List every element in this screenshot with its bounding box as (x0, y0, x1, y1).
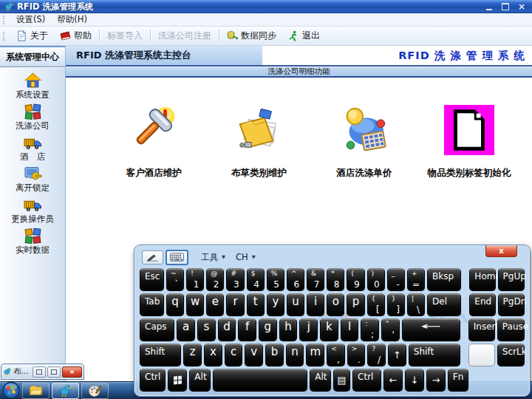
sidebar-item-1[interactable]: 洗涤公司 (16, 103, 50, 131)
osk-key-end[interactable]: End (469, 293, 495, 316)
sidebar-item-5[interactable]: 实时数据 (16, 227, 50, 255)
osk-key-prtscn[interactable] (468, 344, 495, 366)
mini-maximize-button[interactable] (47, 366, 61, 378)
minimize-button[interactable] (482, 1, 496, 12)
osk-key-enter[interactable]: ← (402, 318, 460, 341)
shortcut-3[interactable]: 物品类别标签初始化 (417, 104, 522, 180)
menu-item-0[interactable]: 设置(S) (10, 13, 51, 25)
osk-keyboard-button[interactable] (166, 250, 188, 265)
osk-key-lbracket[interactable]: {[ (367, 293, 385, 316)
osk-key-menu[interactable]: ▤ (333, 369, 351, 392)
osk-key-x[interactable]: x (204, 344, 222, 366)
mini-restore-button[interactable] (33, 366, 46, 378)
osk-key-o[interactable]: o (327, 293, 344, 316)
taskbar-rfid-app-button[interactable] (52, 383, 79, 399)
osk-key-a[interactable]: a (177, 318, 195, 341)
osk-key-j[interactable]: j (299, 318, 318, 341)
osk-key-9[interactable]: (9 (347, 268, 364, 291)
shortcut-2[interactable]: 酒店洗涤单价 (312, 104, 417, 180)
restore-button[interactable] (499, 1, 512, 12)
osk-key-d[interactable]: d (218, 318, 236, 341)
osk-key-ctrl-right[interactable]: Ctrl (352, 369, 381, 392)
osk-key-pgdn[interactable]: PgDn (498, 293, 525, 316)
osk-tools-dropdown[interactable]: 工具 ▼ (201, 252, 225, 263)
osk-key-semicolon[interactable]: :; (361, 318, 379, 341)
osk-key-v[interactable]: v (245, 344, 263, 366)
osk-close-button[interactable]: x (485, 245, 517, 257)
osk-key-shift-left[interactable]: Shift (140, 344, 181, 366)
toolbar-button-5[interactable]: 退出 (282, 28, 326, 44)
title-bar[interactable]: RFID 洗涤管理系统 × (0, 0, 532, 13)
osk-key-tab[interactable]: Tab (140, 293, 164, 316)
osk-key-7[interactable]: &7 (307, 268, 324, 291)
osk-key-pause[interactable]: Pause (497, 318, 525, 341)
osk-key-l[interactable]: l (341, 318, 359, 341)
osk-key-slash[interactable]: ?/ (367, 344, 386, 366)
taskbar-paint-button[interactable] (81, 383, 109, 399)
osk-key-ctrl-left[interactable]: Ctrl (140, 369, 166, 392)
shortcut-1[interactable]: 布草类别维护 (206, 104, 311, 180)
start-button[interactable] (2, 381, 20, 399)
sidebar-item-3[interactable]: 离开锁定 (16, 165, 50, 193)
osk-key-4[interactable]: $4 (247, 268, 265, 291)
osk-key-right-arrow[interactable]: → (426, 369, 446, 392)
osk-key-shift-right[interactable]: Shift (409, 344, 460, 366)
osk-key-backtick[interactable]: ~` (166, 268, 184, 291)
osk-key-y[interactable]: y (267, 293, 284, 316)
osk-key-u[interactable]: u (287, 293, 304, 316)
osk-key-1[interactable]: !1 (186, 268, 204, 291)
osk-key-g[interactable]: g (259, 318, 277, 341)
osk-key-backslash[interactable]: |\ (407, 293, 425, 316)
osk-key-insert[interactable]: Insert (468, 318, 495, 341)
osk-key-bksp[interactable]: Bksp (427, 268, 461, 291)
osk-key-c[interactable]: c (225, 344, 243, 366)
osk-key-5[interactable]: %5 (267, 268, 284, 291)
osk-key-comma[interactable]: <, (327, 344, 345, 366)
menu-item-1[interactable]: 帮助(H) (51, 13, 93, 25)
osk-key-t[interactable]: t (247, 293, 265, 316)
osk-handwriting-button[interactable] (142, 250, 163, 265)
osk-key-e[interactable]: e (206, 293, 224, 316)
osk-key-8[interactable]: *8 (327, 268, 344, 291)
osk-key-win[interactable] (168, 369, 187, 392)
close-button[interactable]: × (515, 1, 528, 12)
osk-key-alt-left[interactable]: Alt (189, 369, 210, 392)
osk-key-i[interactable]: i (307, 293, 324, 316)
osk-key-6[interactable]: ^6 (287, 268, 304, 291)
osk-key-n[interactable]: n (286, 344, 304, 366)
osk-key-w[interactable]: w (186, 293, 204, 316)
sidebar-item-2[interactable]: 酒 店 (20, 134, 46, 162)
osk-key-esc[interactable]: Esc (140, 268, 164, 291)
toolbar-button-1[interactable]: 帮助 (54, 28, 98, 44)
osk-key-alt-right[interactable]: Alt (310, 369, 330, 392)
osk-key-3[interactable]: #3 (226, 268, 244, 291)
osk-key-quote[interactable]: "' (381, 318, 400, 341)
mini-close-button[interactable]: × (62, 366, 82, 378)
osk-key-period[interactable]: >. (347, 344, 366, 366)
osk-language-dropdown[interactable]: CH ▼ (236, 252, 256, 262)
osk-key-scrlk[interactable]: ScrLk (497, 344, 525, 366)
taskbar-explorer-button[interactable] (22, 383, 50, 399)
osk-key-f[interactable]: f (238, 318, 256, 341)
osk-key-left-arrow[interactable]: ← (383, 369, 403, 392)
sidebar-item-0[interactable]: 系统设置 (16, 72, 50, 100)
osk-key-b[interactable]: b (265, 344, 284, 366)
toolbar-button-4[interactable]: 数据同步 (221, 28, 282, 44)
osk-key-p[interactable]: p (347, 293, 364, 316)
osk-key-pgup[interactable]: PgUp (498, 268, 525, 291)
osk-key-equals[interactable]: += (407, 268, 425, 291)
osk-key-s[interactable]: s (197, 318, 216, 341)
toolbar-button-0[interactable]: 关于 (10, 28, 54, 44)
osk-key-0[interactable]: )0 (367, 268, 385, 291)
mini-window-titlebar[interactable]: 布... × (1, 364, 84, 380)
osk-key-2[interactable]: @2 (206, 268, 224, 291)
osk-key-del[interactable]: Del (427, 293, 461, 316)
osk-key-fn[interactable]: Fn (448, 369, 468, 392)
shortcut-0[interactable]: 客户酒店维护 (101, 104, 206, 180)
osk-key-dash[interactable]: _- (387, 268, 405, 291)
osk-key-q[interactable]: q (166, 293, 184, 316)
sidebar-item-4[interactable]: 更换操作员 (11, 196, 54, 224)
osk-key-m[interactable]: m (306, 344, 324, 366)
osk-key-h[interactable]: h (279, 318, 298, 341)
osk-key-k[interactable]: k (320, 318, 338, 341)
